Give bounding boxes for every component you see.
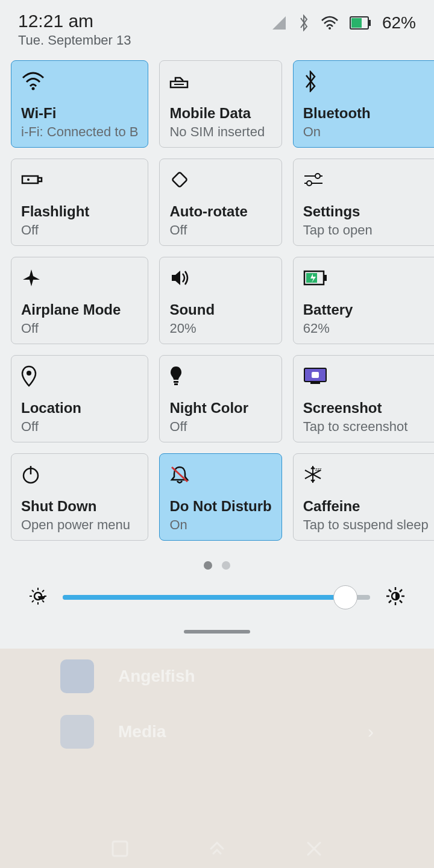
lightbulb-icon — [169, 364, 271, 388]
nav-close-icon — [303, 838, 325, 860]
panel-drag-handle[interactable] — [184, 630, 250, 634]
svg-rect-7 — [22, 176, 38, 183]
sim-card-icon — [169, 69, 271, 93]
svg-rect-16 — [324, 275, 327, 281]
bg-app-icon — [60, 659, 94, 693]
svg-rect-20 — [174, 383, 178, 385]
statusbar: 12:21 am Tue. September 13 62% — [0, 0, 434, 48]
tile-mobile-data[interactable]: Mobile Data No SIM inserted — [159, 60, 281, 148]
svg-line-37 — [42, 600, 44, 602]
bg-app-2: Media — [118, 722, 166, 741]
brightness-high-icon — [386, 587, 405, 608]
bluetooth-status-icon — [298, 14, 310, 31]
svg-rect-19 — [174, 381, 178, 383]
tile-do-not-disturb[interactable]: Do Not Disturb On — [159, 453, 281, 541]
brightness-low-icon — [29, 587, 47, 608]
tile-subtitle: Tap to open — [303, 222, 429, 238]
tile-title: Auto-rotate — [169, 203, 271, 220]
tile-battery[interactable]: Battery 62% — [293, 257, 434, 344]
tile-subtitle: Off — [21, 222, 138, 238]
svg-text:zzz: zzz — [315, 467, 322, 471]
tile-subtitle: Off — [169, 419, 271, 435]
page-dot-2[interactable] — [222, 561, 230, 570]
tile-subtitle: Off — [169, 222, 271, 238]
slider-fill — [63, 595, 345, 600]
bg-app-icon — [60, 715, 94, 749]
svg-line-48 — [389, 600, 391, 603]
nav-overview-icon — [109, 838, 131, 860]
tile-sound[interactable]: Sound 20% — [159, 257, 281, 344]
tile-subtitle: Open power menu — [21, 517, 138, 533]
tile-title: Settings — [303, 203, 429, 220]
battery-percentage: 62% — [382, 13, 416, 33]
slider-thumb[interactable] — [333, 585, 357, 609]
airplane-icon — [21, 266, 138, 290]
svg-point-5 — [32, 87, 35, 90]
nav-home-icon — [205, 838, 229, 860]
svg-rect-8 — [38, 178, 42, 181]
svg-line-47 — [400, 590, 402, 592]
page-dot-1[interactable] — [204, 561, 212, 570]
background-blur: Angelfish Media › — [0, 649, 434, 868]
tile-airplane-mode[interactable]: Airplane Mode Off — [11, 257, 148, 344]
wifi-icon — [21, 69, 138, 93]
svg-rect-3 — [369, 20, 371, 26]
tile-title: Battery — [303, 301, 429, 318]
speaker-icon — [169, 266, 271, 290]
svg-point-1 — [329, 27, 331, 30]
tile-title: Sound — [169, 301, 271, 318]
svg-line-46 — [400, 600, 402, 603]
svg-line-36 — [32, 590, 34, 592]
tile-subtitle: Off — [21, 321, 138, 336]
tile-settings[interactable]: Settings Tap to open — [293, 159, 434, 246]
tile-flashlight[interactable]: Flashlight Off — [11, 159, 148, 246]
flashlight-icon — [21, 168, 138, 192]
chevron-right-icon: › — [368, 722, 374, 742]
tile-title: Location — [21, 400, 138, 417]
tile-auto-rotate[interactable]: Auto-rotate Off — [159, 159, 281, 246]
tile-bluetooth[interactable]: Bluetooth On — [293, 60, 434, 148]
tile-title: Caffeine — [303, 498, 429, 515]
rotate-icon — [169, 168, 271, 192]
location-pin-icon — [21, 364, 138, 388]
tile-night-color[interactable]: Night Color Off — [159, 355, 281, 442]
cellular-icon — [271, 15, 287, 31]
svg-line-39 — [32, 600, 34, 602]
svg-rect-10 — [172, 172, 187, 187]
quick-settings-grid: Wi-Fi i-Fi: Connected to B Mobile Data N… — [11, 60, 423, 541]
svg-point-12 — [315, 174, 320, 178]
tile-subtitle: Tap to suspend sleep — [303, 517, 429, 533]
status-date: Tue. September 13 — [18, 33, 131, 48]
svg-rect-0 — [113, 841, 127, 856]
svg-rect-22 — [312, 372, 319, 378]
tile-wifi[interactable]: Wi-Fi i-Fi: Connected to B — [11, 60, 148, 148]
tile-title: Night Color — [169, 400, 271, 417]
brightness-slider[interactable] — [63, 585, 370, 609]
tile-title: Screenshot — [303, 400, 429, 417]
tile-subtitle: No SIM inserted — [169, 124, 271, 140]
battery-status-icon — [350, 16, 371, 30]
tile-caffeine[interactable]: zzz Caffeine Tap to suspend sleep — [293, 453, 434, 541]
tile-title: Wi-Fi — [21, 105, 138, 122]
snowflake-icon: zzz — [303, 462, 429, 486]
svg-rect-4 — [351, 18, 362, 28]
page-indicator[interactable] — [11, 561, 423, 570]
tile-subtitle: On — [303, 124, 429, 140]
status-time: 12:21 am — [18, 11, 131, 31]
tile-screenshot[interactable]: Screenshot Tap to screenshot — [293, 355, 434, 442]
tile-subtitle: i-Fi: Connected to B — [21, 124, 138, 140]
tile-location[interactable]: Location Off — [11, 355, 148, 442]
gesture-navbar — [0, 838, 434, 860]
tile-title: Airplane Mode — [21, 301, 138, 318]
quick-settings-panel: Wi-Fi i-Fi: Connected to B Mobile Data N… — [0, 48, 434, 634]
svg-rect-23 — [310, 382, 320, 384]
tile-subtitle: 20% — [169, 321, 271, 336]
bg-app-1: Angelfish — [118, 667, 195, 686]
screenshot-monitor-icon — [303, 364, 429, 388]
settings-sliders-icon — [303, 168, 429, 192]
wifi-status-icon — [321, 16, 339, 30]
tile-shut-down[interactable]: Shut Down Open power menu — [11, 453, 148, 541]
tile-subtitle: On — [169, 517, 271, 533]
tile-title: Flashlight — [21, 203, 138, 220]
tile-title: Mobile Data — [169, 105, 271, 122]
